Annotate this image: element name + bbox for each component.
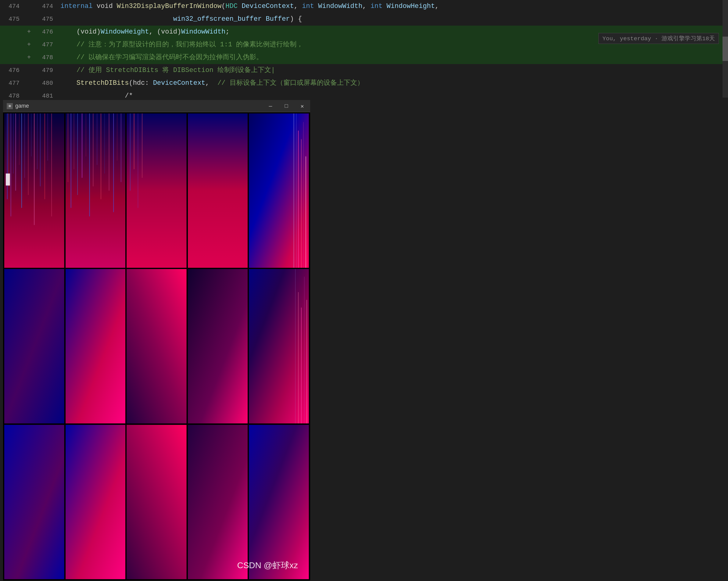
code-line: 477480 StretchDIBits(hdc: DeviceContext,… <box>0 77 728 90</box>
code-lines: 474474internal void Win32DisplayBufferIn… <box>0 0 728 98</box>
game-cell-2-2 <box>66 269 126 423</box>
editor-scrollbar[interactable] <box>723 0 728 98</box>
game-cell-1-4 <box>188 113 248 268</box>
svg-rect-48 <box>66 269 126 423</box>
game-cell-3-1 <box>4 425 64 579</box>
vlines-svg-4 <box>188 113 248 268</box>
game-cell-2-5 <box>249 269 309 423</box>
svg-rect-47 <box>4 269 64 423</box>
vlines-svg-1 <box>4 113 64 268</box>
game-cell-3-5 <box>249 425 309 579</box>
svg-rect-18 <box>66 113 126 268</box>
code-line: 478481 /* <box>0 90 728 98</box>
minimize-button[interactable]: — <box>263 100 279 112</box>
close-button[interactable]: ✕ <box>294 100 310 112</box>
code-editor: 474474internal void Win32DisplayBufferIn… <box>0 0 728 98</box>
game-cell-1-5 <box>249 113 309 268</box>
svg-rect-61 <box>249 425 309 579</box>
tooltip-text: You, yesterday · 游戏引擎学习第18天 <box>602 35 715 42</box>
game-cell-3-2 <box>66 425 126 579</box>
titlebar-controls: — □ ✕ <box>263 100 310 112</box>
game-window-title: game <box>15 103 29 109</box>
vlines-svg-3 <box>127 113 187 268</box>
game-cell-1-2 <box>66 113 126 268</box>
svg-rect-58 <box>66 425 126 579</box>
svg-rect-60 <box>188 425 248 579</box>
svg-rect-17 <box>6 174 10 185</box>
game-cell-1-3 <box>127 113 187 268</box>
game-cell-1-1 <box>4 113 64 268</box>
maximize-button[interactable]: □ <box>279 100 294 112</box>
code-line: 476479 // 使用 StretchDIBits 将 DIBSection … <box>0 64 728 77</box>
code-line: 474474internal void Win32DisplayBufferIn… <box>0 0 728 13</box>
scrollbar-thumb[interactable] <box>723 36 728 61</box>
game-titlebar: ■ game — □ ✕ <box>3 100 310 112</box>
git-blame-tooltip: You, yesterday · 游戏引擎学习第18天 <box>598 33 719 44</box>
code-line: 475475 win32_offscreen_buffer Buffer) { <box>0 13 728 26</box>
svg-rect-51 <box>249 269 309 423</box>
game-window: ■ game — □ ✕ <box>3 100 310 580</box>
svg-rect-57 <box>4 425 64 579</box>
watermark: CSDN @虾球xz <box>237 560 298 571</box>
svg-rect-34 <box>127 113 187 268</box>
game-cell-2-4 <box>188 269 248 423</box>
svg-rect-49 <box>127 269 187 423</box>
vlines-svg-5 <box>249 113 309 268</box>
game-canvas <box>3 112 310 580</box>
svg-rect-39 <box>188 113 248 268</box>
game-window-icon: ■ <box>7 103 13 109</box>
game-cell-2-1 <box>4 269 64 423</box>
svg-rect-50 <box>188 269 248 423</box>
game-cell-3-3 <box>127 425 187 579</box>
game-cell-2-3 <box>127 269 187 423</box>
svg-rect-40 <box>249 113 309 268</box>
vlines-svg-2 <box>66 113 126 268</box>
watermark-text: CSDN @虾球xz <box>237 560 298 570</box>
code-line: +478 // 以确保在学习编写渲染器代码时不会因为拉伸而引入伪影。 <box>0 51 728 64</box>
svg-rect-59 <box>127 425 187 579</box>
game-cell-3-4 <box>188 425 248 579</box>
